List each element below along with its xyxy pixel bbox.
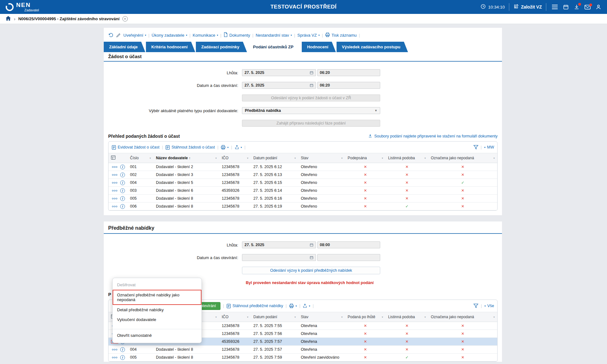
row-info-icon[interactable]: i [120,196,125,201]
menu-icon[interactable] [552,4,558,9]
column-header-podan-po-lh-t[interactable]: Podaná po lhůtě▾ [345,312,386,322]
column-header-n-zev-dodavatele[interactable]: Název dodavatele ↑▾ [153,153,219,163]
table-row[interactable]: i002Dodavatel - školení 31234567827. 5. … [108,171,497,179]
toolbar-link-nestandardn-stav[interactable]: Nestandardní stav▾ [256,33,292,38]
view-preset-select[interactable]: ▾MW [484,145,494,149]
table-row[interactable]: i001Dodavatel - školení 21234567827. 5. … [108,163,497,171]
table-row[interactable]: i004Dodavatel - školení 51234567827. 5. … [108,179,497,187]
close-record-icon[interactable]: ✕ [122,16,128,21]
column-filter-icon[interactable]: ▾ [493,157,495,160]
column-header-podeps-na[interactable]: Podepsána▾ [345,153,386,163]
table-row[interactable]: i004Dodavatel - školení 81234567827. 5. … [108,346,497,354]
row-info-icon[interactable]: i [120,204,125,209]
column-filter-icon[interactable]: ▾ [341,316,343,318]
brand-block[interactable]: NEN Zadavatel [6,2,39,12]
column-filter-icon[interactable]: ▾ [424,316,426,318]
toolbar-link-uve-ejn-n[interactable]: Uveřejnění▾ [123,33,146,38]
row-menu-icon[interactable] [111,356,118,359]
row-menu-icon[interactable] [111,173,118,177]
zahajit-fazi-button[interactable]: Zahájit přípravu následující fáze podání [242,120,380,127]
filter-icon[interactable] [474,145,478,149]
context-menu-item-vylou-en-dodavatele[interactable]: Vyloučení dodavatele [113,315,201,325]
column-header-datum-pod-n[interactable]: Datum podání▾ [251,312,298,322]
nabidky-lhuta-time-field[interactable]: 08:00 [317,241,380,248]
row-info-icon[interactable]: i [120,173,125,177]
toolbar-link-tisk-z-znamu[interactable]: Tisk záznamu [325,33,357,38]
lhuta-time-field[interactable]: 06:20 [317,69,380,76]
nabidky-otevirani-date-field[interactable] [242,254,316,261]
lhuta-date-field[interactable]: 27. 5. 2025 [242,69,316,76]
column-filter-icon[interactable]: ▾ [215,316,217,318]
tab-z-kladn-daje[interactable]: Základní údaje [104,42,145,52]
row-menu-icon[interactable] [111,205,118,208]
column-header-datum-pod-n[interactable]: Datum podání▾ [251,153,298,163]
column-header-i-o[interactable]: IČO▾ [219,312,251,322]
column-filter-icon[interactable]: ▾ [247,157,248,160]
calendar-icon[interactable] [563,4,569,10]
breadcrumb-item[interactable]: N006/25/V00004995 - Zajištění závodního … [18,16,120,21]
stahnout-nabidky-button[interactable]: Stáhnout předběžné nabídky [226,304,283,308]
toolbar-link-kony-zadavatele[interactable]: Úkony zadavatele▾ [152,33,187,38]
table-row[interactable]: i006Dodavatel - školení 81234567827. 5. … [108,203,497,210]
column-header-listinn-podoba[interactable]: Listinná podoba▾ [386,312,428,322]
context-menu-item-otev-t-samostatn[interactable]: Otevřít samostatně [113,329,201,340]
odeslani-vyzvy-nabidky-button[interactable]: Odeslání výzvy k podání předběžných nabí… [242,267,380,274]
export-menu-button[interactable]: ▾ [235,145,242,149]
toolbar-link-dokumenty[interactable]: Dokumenty [224,32,250,38]
table-row[interactable]: i003Dodavatel - školení 64535932627. 5. … [108,187,497,195]
column-filter-icon[interactable]: ▾ [247,316,248,318]
column-filter-icon[interactable]: ▾ [294,157,296,160]
row-info-icon[interactable]: i [120,180,125,185]
column-header-ozna-ena-jako-nepodan[interactable]: Označena jako nepodaná▾ [428,153,497,163]
toolbar-link-komunikace[interactable]: Komunikace▾ [193,33,218,38]
toolbar-link-spr-va-vz[interactable]: Správa VZ▾ [297,33,319,38]
nabidky-otevirani-time-field[interactable] [317,254,380,261]
edit-pencil-icon[interactable] [116,33,121,38]
export-menu-button[interactable]: ▾ [303,304,310,308]
table-row[interactable]: i005Dodavatel - školení 81234567827. 5. … [108,195,497,203]
row-info-icon[interactable]: i [120,188,125,193]
column-filter-icon[interactable]: ▾ [215,157,217,160]
column-header-ozna-ena-jako-nepodan[interactable]: Označena jako nepodaná▾ [428,312,497,322]
odeslani-vyzvy-zadost-button[interactable]: Odeslání výzvy k podání žádosti o účast … [242,94,380,101]
row-info-icon[interactable]: i [120,165,125,169]
column-filter-icon[interactable]: ▾ [294,316,296,318]
row-menu-icon[interactable] [111,348,118,351]
column-filter-icon[interactable]: ▾ [341,157,343,160]
otevirani-time-field[interactable]: 06:20 [317,82,380,89]
column-filter-icon[interactable]: ▾ [382,316,383,318]
column-header-stav[interactable]: Stav▾ [298,312,345,322]
profile-icon[interactable] [596,4,601,10]
table-row[interactable]: i005Dodavatel - školení 81234567827. 5. … [108,354,497,361]
view-preset-select[interactable]: ▾Vše [484,304,494,308]
row-menu-icon[interactable] [111,165,118,169]
column-filter-icon[interactable]: ▾ [150,157,151,160]
row-menu-icon[interactable] [111,197,118,200]
column-filter-icon[interactable]: ▾ [382,157,383,160]
column-header-i-o[interactable]: IČO▾ [219,153,251,163]
row-info-icon[interactable]: i [120,355,125,360]
column-header-stav[interactable]: Stav▾ [298,153,345,163]
column-header-slo[interactable]: Číslo▾ [127,153,153,163]
evidovat-zadost-button[interactable]: Evidovat žádost o účast [112,145,159,150]
row-menu-icon[interactable] [111,189,118,192]
row-menu-icon[interactable] [111,181,118,185]
nabidky-lhuta-date-field[interactable]: 27. 5. 2025 [242,241,316,248]
tab-krit-ria-hodnocen[interactable]: Kritéria hodnocení [146,42,195,52]
tab-v-sledek-zad-vac-ho-postupu[interactable]: Výsledek zadávacího postupu [337,42,408,52]
column-header-actions[interactable] [108,153,127,163]
print-menu-button[interactable]: ▾ [289,304,297,308]
soubory-podani-link[interactable]: Soubory podání najdete připravené ke sta… [368,134,498,139]
tab-pod-n-astn-k-zp[interactable]: Podání účastníků ZP [248,42,301,52]
tab-hodnocen[interactable]: Hodnocení [302,42,336,52]
print-menu-button[interactable]: ▾ [221,145,228,149]
filter-icon[interactable] [474,304,478,308]
messages-icon[interactable] [585,5,591,9]
row-info-icon[interactable]: i [120,347,125,352]
column-filter-icon[interactable]: ▾ [493,316,495,318]
column-header-listinn-podoba[interactable]: Listinná podoba▾ [386,153,428,163]
otevirani-date-field[interactable]: 27. 5. 2025 [242,82,316,89]
downloads-icon[interactable] [574,4,579,10]
context-menu-item-detail-p-edb-n-nab-dky[interactable]: Detail předběžné nabídky [113,305,201,315]
context-menu-item-ozna-en-p-edb-n-nab-dky-jako-nepodan[interactable]: Označení předběžné nabídky jako nepodaná [113,290,201,305]
